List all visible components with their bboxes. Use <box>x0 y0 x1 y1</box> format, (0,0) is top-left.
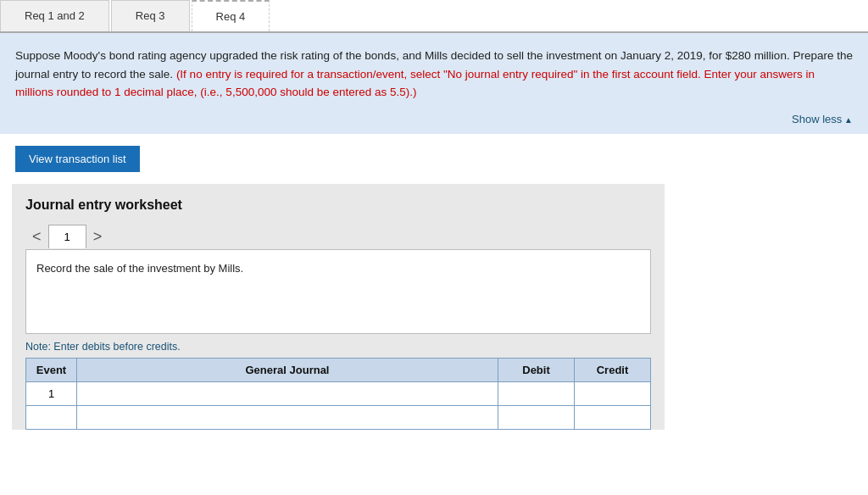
col-header-credit: Credit <box>575 358 651 381</box>
show-less-link[interactable]: Show less <box>792 113 853 125</box>
worksheet-content-box: Record the sale of the investment by Mil… <box>25 249 651 334</box>
worksheet-next-button[interactable]: > <box>86 225 109 249</box>
journal-input-1[interactable] <box>77 382 498 405</box>
table-row <box>26 405 651 429</box>
credit-cell-2 <box>575 405 651 429</box>
event-cell-1: 1 <box>26 381 77 405</box>
worksheet-title: Journal entry worksheet <box>25 197 651 213</box>
debit-cell-2 <box>498 405 575 429</box>
debit-cell-1 <box>498 381 575 405</box>
worksheet-note: Note: Enter debits before credits. <box>25 341 651 353</box>
col-header-debit: Debit <box>498 358 575 381</box>
col-header-journal: General Journal <box>77 358 498 381</box>
debit-input-2[interactable] <box>498 406 574 429</box>
journal-worksheet-container: Journal entry worksheet < 1 > Record the… <box>12 184 665 430</box>
view-transaction-button[interactable]: View transaction list <box>15 146 140 172</box>
worksheet-record-text: Record the sale of the investment by Mil… <box>36 262 243 275</box>
table-row: 1 <box>26 381 651 405</box>
tab-req12[interactable]: Req 1 and 2 <box>0 0 109 31</box>
worksheet-prev-button[interactable]: < <box>25 225 48 249</box>
debit-input-1[interactable] <box>498 382 574 405</box>
journal-table: Event General Journal Debit Credit 1 <box>25 358 651 430</box>
worksheet-tabs: < 1 > <box>25 225 651 249</box>
tab-req4[interactable]: Req 4 <box>192 0 270 31</box>
worksheet-tab-1[interactable]: 1 <box>48 225 86 248</box>
journal-cell-2 <box>77 405 498 429</box>
event-cell-2 <box>26 405 77 429</box>
tabs-bar: Req 1 and 2 Req 3 Req 4 <box>0 0 868 33</box>
info-box: Suppose Moody's bond rating agency upgra… <box>0 33 868 108</box>
journal-cell-1 <box>77 381 498 405</box>
credit-cell-1 <box>575 381 651 405</box>
col-header-event: Event <box>26 358 77 381</box>
tab-req3[interactable]: Req 3 <box>111 0 190 31</box>
show-less-section: Show less <box>0 108 868 134</box>
credit-input-1[interactable] <box>575 382 650 405</box>
journal-input-2[interactable] <box>77 406 498 429</box>
credit-input-2[interactable] <box>575 406 650 429</box>
